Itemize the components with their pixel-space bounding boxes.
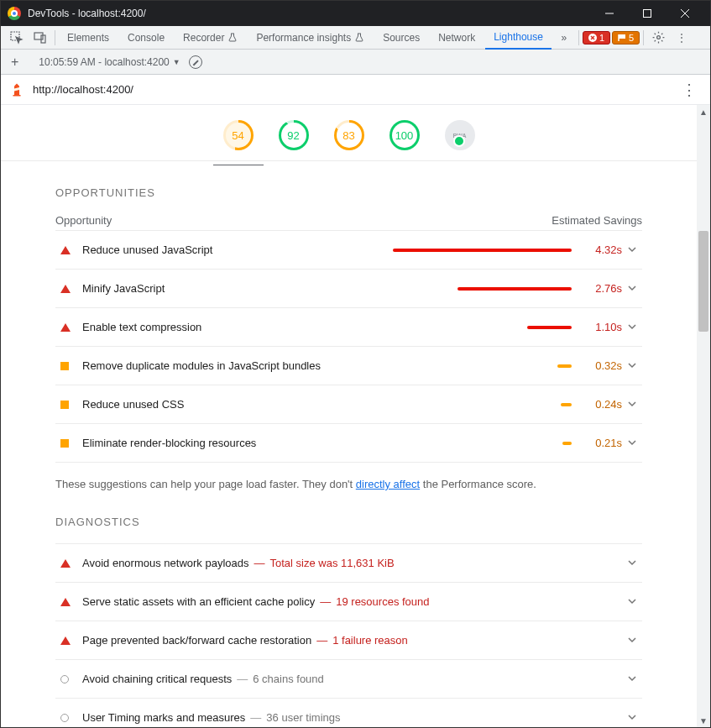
- opportunity-row[interactable]: Minify JavaScript2.76s: [55, 269, 642, 307]
- tab-lighthouse[interactable]: Lighthouse: [485, 26, 552, 50]
- triangle-red-icon: [60, 323, 71, 332]
- score-value: 92: [281, 123, 306, 148]
- savings-value: 0.32s: [572, 359, 622, 372]
- tab-sources[interactable]: Sources: [374, 26, 428, 50]
- savings-value: 0.21s: [572, 437, 622, 449]
- minimize-button[interactable]: [590, 1, 628, 26]
- triangle-red-icon: [60, 598, 71, 606]
- score-gauge[interactable]: 83: [334, 120, 364, 150]
- diagnostic-detail: 36 user timings: [266, 711, 340, 724]
- devtools-tabbar: Elements Console Recorder Performance in…: [1, 26, 710, 50]
- score-value: 54: [226, 123, 251, 148]
- kebab-menu-icon[interactable]: ⋮: [671, 27, 693, 49]
- tab-console[interactable]: Console: [119, 26, 173, 50]
- chevron-down-icon[interactable]: [622, 400, 642, 410]
- window-title: DevTools - localhost:4200/: [28, 8, 146, 19]
- errors-badge[interactable]: 1: [583, 31, 610, 45]
- report-menu-icon[interactable]: ⋮: [677, 81, 702, 99]
- circle-gray-icon: [60, 714, 69, 722]
- chevron-down-icon[interactable]: [622, 245, 642, 255]
- tab-recorder[interactable]: Recorder: [175, 26, 246, 50]
- device-toggle-icon[interactable]: [29, 27, 51, 49]
- svg-rect-12: [619, 34, 625, 39]
- diagnostic-label: Serve static assets with an efficient ca…: [82, 595, 315, 608]
- opportunity-label: Minify JavaScript: [82, 282, 393, 295]
- triangle-red-icon: [60, 285, 71, 293]
- opportunity-label: Remove duplicate modules in JavaScript b…: [82, 359, 393, 372]
- report-content: 549283100PWA OPPORTUNITIES Opportunity E…: [1, 105, 697, 727]
- opportunity-row[interactable]: Eliminate render-blocking resources0.21s: [55, 423, 642, 463]
- chevron-down-icon[interactable]: [622, 361, 642, 371]
- chevron-down-icon[interactable]: [622, 674, 642, 684]
- score-value: 100: [392, 123, 417, 148]
- diagnostic-label: User Timing marks and measures: [82, 711, 245, 724]
- diagnostics-heading: DIAGNOSTICS: [55, 516, 642, 528]
- report-url: http://localhost:4200/: [33, 83, 133, 96]
- opportunity-row[interactable]: Enable text compression1.10s: [55, 307, 642, 346]
- diagnostic-detail: Total size was 11,631 KiB: [270, 557, 395, 569]
- triangle-red-icon: [60, 559, 71, 568]
- scroll-down-arrow[interactable]: ▼: [697, 714, 710, 727]
- diagnostic-detail: 6 chains found: [253, 673, 324, 685]
- opportunity-label: Reduce unused JavaScript: [82, 244, 393, 256]
- opportunities-heading: OPPORTUNITIES: [55, 186, 642, 199]
- pwa-gauge[interactable]: PWA: [445, 120, 475, 150]
- chevron-down-icon[interactable]: [622, 322, 642, 333]
- scroll-up-arrow[interactable]: ▲: [697, 105, 710, 118]
- note-link[interactable]: directly affect: [356, 478, 420, 490]
- chevron-down-icon[interactable]: [622, 558, 642, 568]
- report-dropdown[interactable]: 10:05:59 AM - localhost:4200 ▼: [39, 56, 180, 68]
- tab-performance-insights[interactable]: Performance insights: [248, 26, 373, 50]
- lighthouse-toolbar: + 10:05:59 AM - localhost:4200 ▼: [1, 50, 710, 75]
- flask-icon: [227, 33, 238, 43]
- score-gauge[interactable]: 92: [279, 120, 309, 150]
- diagnostic-row[interactable]: Page prevented back/forward cache restor…: [55, 621, 642, 659]
- square-orange-icon: [60, 439, 69, 448]
- opportunities-note: These suggestions can help your page loa…: [55, 478, 642, 490]
- diagnostic-row[interactable]: Serve static assets with an efficient ca…: [55, 582, 642, 621]
- square-orange-icon: [60, 362, 69, 370]
- opportunity-row[interactable]: Reduce unused CSS0.24s: [55, 385, 642, 423]
- diagnostic-row[interactable]: User Timing marks and measures — 36 user…: [55, 698, 642, 727]
- diagnostic-row[interactable]: Avoid chaining critical requests — 6 cha…: [55, 659, 642, 698]
- new-report-button[interactable]: +: [8, 55, 22, 70]
- opportunity-label: Enable text compression: [82, 321, 393, 333]
- flask-icon: [354, 33, 364, 43]
- inspect-icon[interactable]: [6, 27, 28, 49]
- chevron-down-icon[interactable]: [622, 597, 642, 607]
- clear-icon[interactable]: [189, 55, 202, 69]
- chevron-down-icon[interactable]: [622, 438, 642, 448]
- circle-gray-icon: [60, 675, 69, 683]
- tab-network[interactable]: Network: [430, 26, 484, 50]
- close-button[interactable]: [666, 1, 703, 26]
- savings-value: 4.32s: [572, 244, 622, 256]
- diagnostic-detail: 1 failure reason: [332, 634, 408, 647]
- more-tabs-icon[interactable]: »: [553, 27, 575, 49]
- gauges-row: 549283100PWA: [1, 105, 697, 161]
- score-gauge[interactable]: 100: [389, 120, 420, 150]
- scrollbar[interactable]: ▲ ▼: [697, 105, 710, 727]
- url-bar: http://localhost:4200/ ⋮: [1, 75, 710, 105]
- warnings-badge[interactable]: 5: [612, 31, 640, 45]
- savings-bar: [393, 403, 572, 406]
- diagnostic-label: Avoid chaining critical requests: [82, 673, 232, 685]
- window-titlebar: DevTools - localhost:4200/: [1, 1, 710, 26]
- svg-rect-15: [13, 95, 21, 97]
- diagnostic-detail: 19 resources found: [336, 595, 429, 608]
- settings-gear-icon[interactable]: [647, 27, 669, 49]
- chevron-down-icon[interactable]: [622, 636, 642, 646]
- tab-elements[interactable]: Elements: [59, 26, 118, 50]
- score-gauge[interactable]: 54: [223, 120, 254, 150]
- opportunity-row[interactable]: Reduce unused JavaScript4.32s: [55, 230, 642, 269]
- savings-bar: [393, 442, 572, 445]
- chevron-down-icon[interactable]: [622, 284, 642, 294]
- diagnostic-label: Avoid enormous network payloads: [82, 557, 249, 569]
- score-value: 83: [337, 123, 362, 148]
- triangle-red-icon: [60, 246, 71, 254]
- opportunity-row[interactable]: Remove duplicate modules in JavaScript b…: [55, 346, 642, 385]
- maximize-button[interactable]: [628, 1, 666, 26]
- scrollbar-thumb[interactable]: [698, 231, 708, 332]
- diagnostic-row[interactable]: Avoid enormous network payloads — Total …: [55, 543, 642, 582]
- square-orange-icon: [60, 401, 69, 409]
- chevron-down-icon[interactable]: [622, 713, 642, 723]
